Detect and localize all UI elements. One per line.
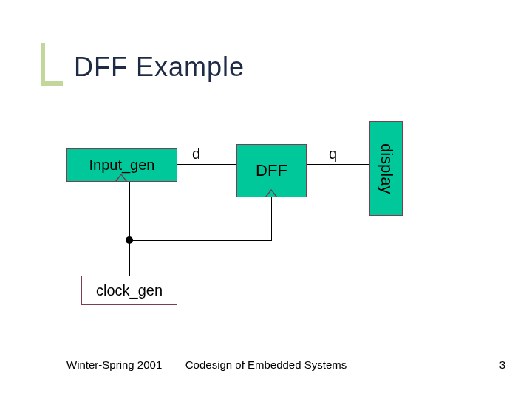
wire-clock-to-inputgen [129,182,130,240]
block-clock-gen: clock_gen [81,276,177,305]
block-input-gen-label: Input_gen [89,157,155,174]
footer-center: Codesign of Embedded Systems [185,358,347,371]
wire-junction-icon [126,236,133,244]
clock-port-icon [265,189,277,197]
wire-clock-vertical-1 [129,240,130,276]
signal-label-q: q [329,146,337,163]
wire-clock-horizontal [129,240,272,241]
block-display-label: display [377,143,396,194]
block-dff-label: DFF [256,161,287,180]
block-display: display [369,121,403,216]
footer-left: Winter-Spring 2001 [66,358,162,371]
footer-page-number: 3 [499,358,505,371]
wire-d [177,164,236,165]
clock-port-icon [115,174,127,181]
slide: DFF Example Input_gen DFF display clock_… [0,0,532,399]
wire-q [307,164,369,165]
block-clock-gen-label: clock_gen [96,282,163,299]
wire-clock-to-dff [271,197,272,240]
signal-label-d: d [192,146,200,163]
diagram-canvas: Input_gen DFF display clock_gen d q [0,0,532,399]
